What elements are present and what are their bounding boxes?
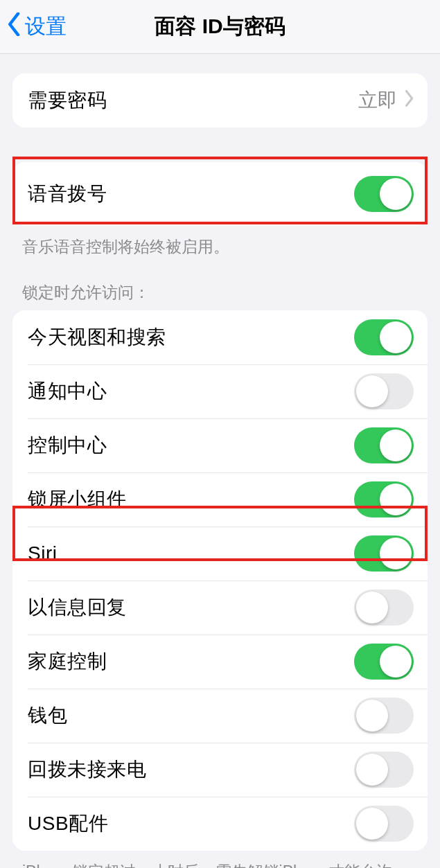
locked-access-toggle[interactable] xyxy=(354,427,414,463)
row-locked-access: 家庭控制 xyxy=(12,635,428,689)
chevron-left-icon xyxy=(7,12,22,41)
locked-access-label: 以信息回复 xyxy=(28,594,127,621)
voice-dial-label: 语音拨号 xyxy=(28,181,107,207)
locked-access-toggle[interactable] xyxy=(354,698,414,734)
locked-access-toggle[interactable] xyxy=(354,319,414,355)
locked-access-label: 家庭控制 xyxy=(28,648,107,675)
locked-access-label: 钱包 xyxy=(28,702,67,729)
locked-access-toggle[interactable] xyxy=(354,535,414,572)
content: 需要密码 立即 语音拨号 音乐语音控制将始终被启用。 锁定时允许访问： 今天视图… xyxy=(0,73,440,868)
row-locked-access: 控制中心 xyxy=(12,418,428,472)
row-locked-access: USB配件 xyxy=(12,797,428,851)
locked-access-toggle[interactable] xyxy=(354,590,414,626)
require-passcode-value: 立即 xyxy=(358,87,397,114)
row-locked-access: 通知中心 xyxy=(12,364,428,418)
chevron-right-icon xyxy=(404,89,414,112)
require-passcode-label: 需要密码 xyxy=(28,87,107,114)
locked-access-toggle[interactable] xyxy=(354,481,414,517)
row-locked-access: 钱包 xyxy=(12,689,428,743)
group-voice-dial: 语音拨号 xyxy=(12,162,428,226)
navbar: 设置 面容 ID与密码 xyxy=(0,0,440,54)
locked-access-label: 通知中心 xyxy=(28,378,107,405)
voice-dial-toggle[interactable] xyxy=(354,176,414,212)
locked-access-toggle[interactable] xyxy=(354,373,414,409)
locked-access-toggle[interactable] xyxy=(354,752,414,788)
row-require-passcode[interactable]: 需要密码 立即 xyxy=(12,73,428,127)
locked-access-label: Siri xyxy=(28,542,57,565)
locked-access-toggle[interactable] xyxy=(354,644,414,680)
row-locked-access: 以信息回复 xyxy=(12,581,428,635)
locked-access-label: USB配件 xyxy=(28,811,108,837)
locked-access-label: 回拨未接来电 xyxy=(28,756,146,783)
back-button[interactable]: 设置 xyxy=(0,12,67,41)
row-locked-access: 锁屏小组件 xyxy=(12,472,428,526)
require-passcode-value-wrap: 立即 xyxy=(358,87,414,114)
locked-access-label: 今天视图和搜索 xyxy=(28,324,166,351)
row-locked-access: 回拨未接来电 xyxy=(12,743,428,797)
locked-access-header: 锁定时允许访问： xyxy=(0,258,440,310)
locked-access-footer: iPhone锁定超过一小时后，需先解锁iPhone才能允许USB配件连接。 xyxy=(0,851,440,868)
locked-access-toggle[interactable] xyxy=(354,806,414,842)
back-label: 设置 xyxy=(25,12,67,41)
row-locked-access: Siri xyxy=(12,526,428,581)
group-locked-access: 今天视图和搜索通知中心控制中心锁屏小组件Siri以信息回复家庭控制钱包回拨未接来… xyxy=(12,310,428,851)
voice-dial-footer: 音乐语音控制将始终被启用。 xyxy=(0,226,440,258)
locked-access-label: 控制中心 xyxy=(28,432,107,459)
locked-access-label: 锁屏小组件 xyxy=(28,486,127,513)
group-require-passcode: 需要密码 立即 xyxy=(12,73,428,127)
row-voice-dial: 语音拨号 xyxy=(12,162,428,226)
row-locked-access: 今天视图和搜索 xyxy=(12,310,428,364)
